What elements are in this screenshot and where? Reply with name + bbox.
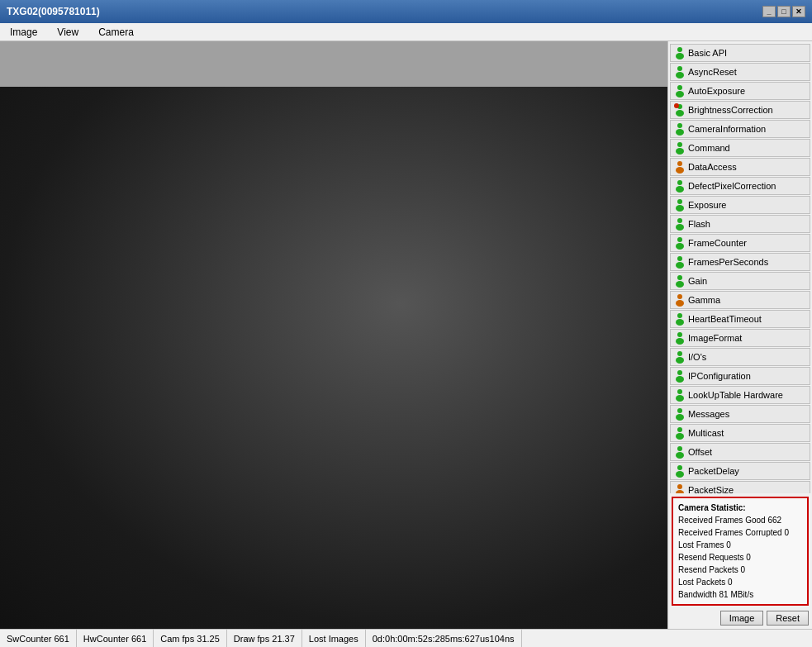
svg-point-19: [677, 218, 682, 223]
image-display: [0, 87, 667, 629]
api-list-item[interactable]: AutoExposure: [670, 82, 810, 100]
svg-point-12: [676, 148, 684, 155]
maximize-button[interactable]: □: [777, 6, 791, 17]
api-list-item[interactable]: DefectPixelCorrection: [670, 177, 810, 195]
svg-point-11: [677, 142, 682, 147]
svg-point-10: [676, 129, 684, 136]
menu-image[interactable]: Image: [3, 25, 44, 40]
main-container: Basic API AsyncReset AutoExposure Bright…: [0, 41, 812, 629]
stats-line: Resend Packets 0: [678, 564, 802, 576]
api-item-label: BrightnessCorrection: [688, 105, 773, 115]
api-item-label: AutoExposure: [688, 86, 745, 96]
minimize-button[interactable]: _: [762, 6, 776, 17]
svg-point-18: [676, 205, 684, 212]
image-button[interactable]: Image: [720, 611, 764, 626]
api-item-label: Flash: [688, 219, 710, 229]
api-list-item[interactable]: PacketDelay: [670, 462, 810, 480]
svg-point-13: [677, 161, 682, 166]
api-list-item[interactable]: IPConfiguration: [670, 367, 810, 385]
api-item-label: CameraInformation: [688, 124, 766, 134]
svg-point-8: [674, 103, 679, 108]
api-list-item[interactable]: ImageFormat: [670, 329, 810, 347]
stats-line: Lost Frames 0: [678, 539, 802, 551]
api-list-item[interactable]: Gamma: [670, 291, 810, 309]
menu-bar: Image View Camera: [0, 23, 812, 41]
svg-point-16: [676, 186, 684, 193]
menu-camera[interactable]: Camera: [92, 25, 140, 40]
api-list-item[interactable]: Multicast: [670, 424, 810, 442]
status-bar: SwCounter 661 HwCounter 661 Cam fps 31.2…: [0, 629, 812, 647]
api-list-item[interactable]: Command: [670, 139, 810, 157]
api-item-label: DataAccess: [688, 162, 737, 172]
api-list-item[interactable]: Basic API: [670, 44, 810, 62]
stats-line: Received Frames Corrupted 0: [678, 526, 802, 539]
svg-point-28: [676, 300, 684, 307]
menu-view[interactable]: View: [50, 25, 85, 40]
time-display: 0d:0h:00m:52s:285ms:627us104ns: [366, 630, 522, 647]
api-item-label: ImageFormat: [688, 333, 742, 343]
api-list-item[interactable]: Flash: [670, 215, 810, 233]
api-item-label: PacketSize: [688, 485, 734, 493]
api-item-label: Exposure: [688, 200, 726, 210]
stats-line: Resend Requests 0: [678, 551, 802, 564]
api-item-label: AsyncReset: [688, 67, 737, 77]
right-panel: Basic API AsyncReset AutoExposure Bright…: [667, 41, 812, 629]
sw-counter: SwCounter 661: [0, 630, 77, 647]
close-button[interactable]: ✕: [792, 6, 805, 17]
api-list-item[interactable]: Messages: [670, 405, 810, 423]
reset-button[interactable]: Reset: [767, 611, 809, 626]
api-list-item[interactable]: BrightnessCorrection: [670, 101, 810, 119]
api-item-label: FrameCounter: [688, 238, 747, 248]
api-list-item[interactable]: I/O's: [670, 348, 810, 366]
svg-point-39: [677, 408, 682, 413]
window-controls: _ □ ✕: [762, 6, 805, 17]
svg-point-7: [676, 110, 684, 117]
cam-fps: Cam fps 31.25: [154, 630, 227, 647]
api-list-item[interactable]: PacketSize: [670, 481, 810, 493]
svg-point-15: [677, 180, 682, 185]
api-item-label: DefectPixelCorrection: [688, 181, 776, 191]
svg-point-47: [677, 484, 682, 489]
svg-point-44: [676, 452, 684, 459]
svg-point-33: [677, 351, 682, 356]
window-title: TXG02(0095781011): [7, 6, 100, 17]
api-item-label: HeartBeatTimeout: [688, 314, 762, 324]
svg-point-32: [676, 338, 684, 345]
api-item-label: Basic API: [688, 48, 727, 58]
svg-point-41: [677, 427, 682, 432]
svg-point-14: [676, 167, 684, 174]
svg-point-2: [677, 66, 682, 71]
api-item-label: PacketDelay: [688, 466, 739, 476]
api-item-label: Gain: [688, 276, 707, 286]
hw-counter: HwCounter 661: [77, 630, 154, 647]
svg-point-36: [676, 376, 684, 383]
svg-point-4: [677, 85, 682, 90]
image-gray-bar: [0, 41, 667, 87]
svg-point-20: [676, 224, 684, 231]
api-list-item[interactable]: CameraInformation: [670, 120, 810, 138]
svg-point-27: [677, 294, 682, 299]
api-list-item[interactable]: LookUpTable Hardware: [670, 386, 810, 404]
api-item-label: Command: [688, 143, 730, 153]
api-list: Basic API AsyncReset AutoExposure Bright…: [668, 41, 812, 493]
api-list-item[interactable]: DataAccess: [670, 158, 810, 176]
stats-buttons: Image Reset: [672, 611, 809, 626]
api-item-label: IPConfiguration: [688, 371, 751, 381]
stats-line: Lost Packets 0: [678, 576, 802, 588]
api-list-item[interactable]: Gain: [670, 272, 810, 290]
api-list-item[interactable]: FramesPerSeconds: [670, 253, 810, 271]
api-item-label: Offset: [688, 447, 712, 457]
api-item-label: Multicast: [688, 428, 724, 438]
stats-line: Bandwidth 81 MBit/s: [678, 588, 802, 601]
svg-point-37: [677, 389, 682, 394]
api-list-item[interactable]: HeartBeatTimeout: [670, 310, 810, 328]
api-list-item[interactable]: Offset: [670, 443, 810, 461]
api-list-item[interactable]: FrameCounter: [670, 234, 810, 252]
stats-box: Camera Statistic: Received Frames Good 6…: [672, 497, 809, 606]
svg-point-22: [676, 243, 684, 250]
api-list-item[interactable]: Exposure: [670, 196, 810, 214]
svg-point-46: [676, 471, 684, 478]
svg-point-24: [676, 262, 684, 269]
svg-point-48: [676, 490, 684, 493]
api-list-item[interactable]: AsyncReset: [670, 63, 810, 81]
